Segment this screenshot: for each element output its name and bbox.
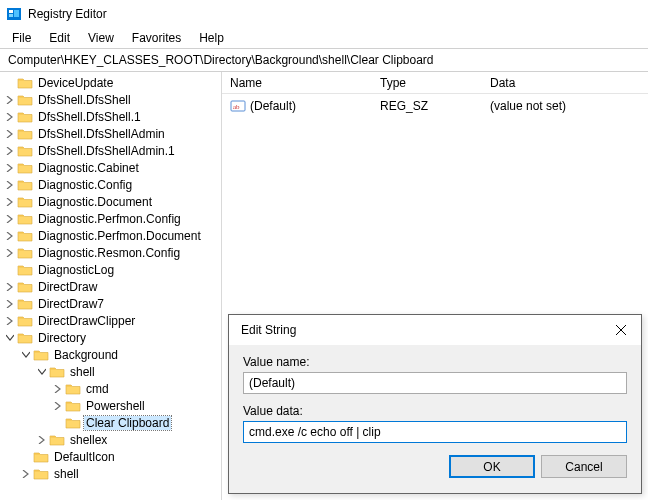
tree-item[interactable]: Diagnostic.Resmon.Config	[0, 244, 221, 261]
tree-item-label: DfsShell.DfsShell	[36, 93, 133, 107]
expand-right-icon[interactable]	[4, 298, 16, 310]
tree-item[interactable]: DefaultIcon	[0, 448, 221, 465]
list-row[interactable]: ab(Default)REG_SZ(value not set)	[222, 94, 648, 118]
expand-right-icon[interactable]	[4, 281, 16, 293]
tree-item[interactable]: DfsShell.DfsShellAdmin.1	[0, 142, 221, 159]
tree-item[interactable]: DirectDraw7	[0, 295, 221, 312]
expand-down-icon[interactable]	[20, 349, 32, 361]
expand-right-icon[interactable]	[4, 213, 16, 225]
value-name-label: Value name:	[243, 355, 627, 369]
folder-icon	[17, 297, 33, 311]
tree-item[interactable]: DeviceUpdate	[0, 74, 221, 91]
expand-down-icon[interactable]	[36, 366, 48, 378]
tree-item-label: Diagnostic.Perfmon.Config	[36, 212, 183, 226]
menu-help[interactable]: Help	[191, 29, 232, 47]
col-type[interactable]: Type	[372, 73, 482, 93]
expand-right-icon[interactable]	[4, 247, 16, 259]
address-input[interactable]	[6, 52, 642, 68]
tree-item[interactable]: Diagnostic.Config	[0, 176, 221, 193]
folder-icon	[49, 433, 65, 447]
folder-icon	[17, 314, 33, 328]
tree-item[interactable]: Powershell	[0, 397, 221, 414]
string-value-icon: ab	[230, 98, 246, 114]
tree-item[interactable]: Background	[0, 346, 221, 363]
expand-right-icon[interactable]	[4, 145, 16, 157]
folder-icon	[17, 212, 33, 226]
expand-right-icon[interactable]	[36, 434, 48, 446]
value-data-input[interactable]	[243, 421, 627, 443]
tree-item[interactable]: Diagnostic.Perfmon.Document	[0, 227, 221, 244]
dialog-title: Edit String	[241, 323, 296, 337]
tree-item[interactable]: DirectDrawClipper	[0, 312, 221, 329]
tree-item[interactable]: Diagnostic.Cabinet	[0, 159, 221, 176]
expand-right-icon[interactable]	[4, 179, 16, 191]
menu-edit[interactable]: Edit	[41, 29, 78, 47]
tree-item-label: shell	[52, 467, 81, 481]
expand-right-icon[interactable]	[4, 196, 16, 208]
tree-item-label: Diagnostic.Config	[36, 178, 134, 192]
cell-type: REG_SZ	[372, 97, 482, 115]
menu-file[interactable]: File	[4, 29, 39, 47]
folder-icon	[33, 348, 49, 362]
tree-item[interactable]: shell	[0, 363, 221, 380]
tree-item[interactable]: DfsShell.DfsShell.1	[0, 108, 221, 125]
folder-icon	[17, 110, 33, 124]
tree-item-label: DirectDraw	[36, 280, 99, 294]
expand-right-icon[interactable]	[4, 315, 16, 327]
tree-item-label: Diagnostic.Cabinet	[36, 161, 141, 175]
tree-item-label: DirectDrawClipper	[36, 314, 137, 328]
expand-down-icon[interactable]	[4, 332, 16, 344]
folder-icon	[17, 331, 33, 345]
folder-icon	[17, 178, 33, 192]
tree-item-label: DiagnosticLog	[36, 263, 116, 277]
tree-item-label: Directory	[36, 331, 88, 345]
tree-item[interactable]: Clear Clipboard	[0, 414, 221, 431]
folder-icon	[17, 93, 33, 107]
expand-right-icon[interactable]	[4, 111, 16, 123]
tree-item[interactable]: shell	[0, 465, 221, 482]
cell-data: (value not set)	[482, 97, 648, 115]
tree-item[interactable]: cmd	[0, 380, 221, 397]
expand-right-icon[interactable]	[4, 230, 16, 242]
svg-rect-2	[9, 14, 13, 17]
address-bar	[0, 48, 648, 72]
tree-item-label: DirectDraw7	[36, 297, 106, 311]
cancel-button[interactable]: Cancel	[541, 455, 627, 478]
folder-icon	[17, 161, 33, 175]
folder-icon	[17, 144, 33, 158]
folder-icon	[17, 76, 33, 90]
tree-item[interactable]: shellex	[0, 431, 221, 448]
tree-item-label: DefaultIcon	[52, 450, 117, 464]
expand-right-icon[interactable]	[4, 128, 16, 140]
tree-item[interactable]: DiagnosticLog	[0, 261, 221, 278]
col-data[interactable]: Data	[482, 73, 648, 93]
tree-item[interactable]: DirectDraw	[0, 278, 221, 295]
tree-item[interactable]: DfsShell.DfsShellAdmin	[0, 125, 221, 142]
tree-item[interactable]: Diagnostic.Document	[0, 193, 221, 210]
expand-right-icon[interactable]	[52, 383, 64, 395]
col-name[interactable]: Name	[222, 73, 372, 93]
folder-icon	[17, 195, 33, 209]
list-header: Name Type Data	[222, 72, 648, 94]
close-icon[interactable]	[609, 318, 633, 342]
expand-right-icon[interactable]	[52, 400, 64, 412]
folder-icon	[17, 246, 33, 260]
tree-pane[interactable]: DeviceUpdateDfsShell.DfsShellDfsShell.Df…	[0, 72, 222, 500]
tree-item-label: DfsShell.DfsShellAdmin	[36, 127, 167, 141]
tree-item[interactable]: Directory	[0, 329, 221, 346]
tree-item-label: shellex	[68, 433, 109, 447]
tree-item-label: cmd	[84, 382, 111, 396]
ok-button[interactable]: OK	[449, 455, 535, 478]
expand-right-icon[interactable]	[4, 162, 16, 174]
tree-item[interactable]: Diagnostic.Perfmon.Config	[0, 210, 221, 227]
menu-view[interactable]: View	[80, 29, 122, 47]
tree-item-label: DfsShell.DfsShell.1	[36, 110, 143, 124]
edit-string-dialog: Edit String Value name: (Default) Value …	[228, 314, 642, 494]
expand-right-icon[interactable]	[20, 468, 32, 480]
menu-favorites[interactable]: Favorites	[124, 29, 189, 47]
expand-right-icon[interactable]	[4, 94, 16, 106]
tree-item[interactable]: DfsShell.DfsShell	[0, 91, 221, 108]
tree-item-label: Diagnostic.Resmon.Config	[36, 246, 182, 260]
svg-text:ab: ab	[233, 103, 240, 111]
folder-icon	[17, 263, 33, 277]
